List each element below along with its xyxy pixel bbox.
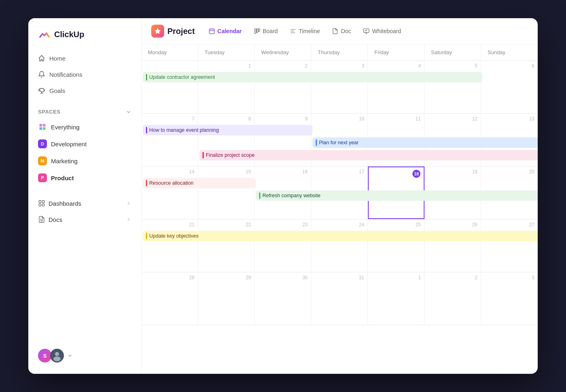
project-title: Project — [167, 27, 195, 36]
cal-date: 8 — [201, 116, 251, 122]
cal-cell[interactable]: 23 — [255, 219, 311, 272]
svg-rect-4 — [39, 200, 41, 202]
cal-cell[interactable]: 6 — [481, 61, 538, 113]
sidebar-item-home-label: Home — [49, 55, 65, 62]
cal-cell[interactable]: 30 — [255, 272, 311, 325]
cal-cell[interactable]: 25 — [368, 219, 424, 272]
svg-rect-3 — [43, 127, 46, 130]
dashboards-label: Dashboards — [49, 200, 81, 207]
sidebar-item-product[interactable]: P Product — [33, 170, 136, 186]
cal-cell[interactable]: 28 — [142, 272, 198, 325]
cal-cell[interactable]: 1 — [368, 272, 424, 325]
cal-date: 21 — [145, 222, 194, 228]
clickup-logo-icon — [38, 28, 51, 41]
tab-doc-label: Doc — [341, 28, 351, 34]
docs-icon — [38, 216, 45, 223]
cal-cell[interactable] — [142, 61, 198, 113]
svg-rect-1 — [43, 124, 46, 127]
cal-cell[interactable]: 2 — [424, 272, 481, 325]
cal-cell[interactable]: 15 — [198, 166, 255, 219]
sidebar-item-everything[interactable]: Everything — [33, 119, 136, 135]
spaces-label: Spaces — [38, 109, 61, 115]
cal-date: 20 — [484, 169, 534, 175]
cal-date: 26 — [428, 222, 477, 228]
tab-timeline[interactable]: Timeline — [284, 25, 325, 38]
space-items: Everything D Development M Marketing P P… — [33, 119, 136, 186]
svg-rect-7 — [42, 204, 44, 206]
sidebar-item-development[interactable]: D Development — [33, 136, 136, 152]
cal-cell[interactable]: 10 — [311, 114, 368, 166]
svg-rect-13 — [256, 29, 258, 32]
sidebar-item-dashboards[interactable]: Dashboards — [33, 196, 136, 211]
calendar-day-headers: Monday Tuesday Wednesday Thursday Friday… — [142, 44, 538, 61]
cal-cell[interactable]: 20 — [481, 166, 538, 219]
cal-cell[interactable]: 3 — [481, 272, 538, 325]
cal-cell[interactable]: 19 — [424, 166, 481, 219]
cal-cell[interactable]: 11 — [368, 114, 424, 166]
nav-items: Home Notifications Goals — [28, 51, 141, 98]
calendar-week-4: 28293031123 — [142, 272, 538, 325]
cal-date: 22 — [201, 222, 251, 228]
cal-cell[interactable]: 13 — [481, 114, 538, 166]
tab-board[interactable]: Board — [248, 25, 283, 38]
cal-date: 10 — [315, 116, 364, 122]
cal-cell[interactable]: 2 — [255, 61, 311, 113]
cal-date: 30 — [258, 275, 308, 280]
cal-date: 28 — [145, 275, 194, 280]
sidebar: ClickUp Home Notifications Goals — [28, 18, 142, 374]
tab-calendar[interactable]: Calendar — [203, 25, 247, 38]
cal-cell[interactable]: 24 — [311, 219, 368, 272]
avatar-photo — [50, 349, 64, 362]
cal-cell[interactable]: 21 — [142, 219, 198, 272]
tab-calendar-label: Calendar — [218, 28, 242, 34]
cal-cell[interactable]: 18 — [368, 166, 424, 219]
cal-date: 24 — [315, 222, 364, 228]
tab-whiteboard[interactable]: Whiteboard — [357, 25, 407, 38]
sidebar-item-home[interactable]: Home — [33, 51, 136, 66]
sidebar-item-marketing[interactable]: M Marketing — [33, 153, 136, 169]
docs-label: Docs — [49, 216, 62, 223]
marketing-dot: M — [38, 156, 47, 165]
cal-cell[interactable]: 14 — [142, 166, 198, 219]
sidebar-item-docs[interactable]: Docs — [33, 212, 136, 227]
svg-point-10 — [53, 356, 61, 361]
user-area[interactable]: S — [28, 344, 141, 367]
cal-cell[interactable]: 12 — [424, 114, 481, 166]
cal-cell[interactable]: 26 — [424, 219, 481, 272]
cal-date: 11 — [371, 116, 421, 122]
cal-cell[interactable]: 27 — [481, 219, 538, 272]
calendar-week-0: 123456Update contractor agreement — [142, 61, 538, 114]
cal-cell[interactable]: 29 — [198, 272, 255, 325]
cal-cell[interactable]: 16 — [255, 166, 311, 219]
cal-cell[interactable]: 8 — [198, 114, 255, 166]
avatar-s: S — [38, 349, 52, 362]
cal-date: 2 — [258, 63, 308, 69]
svg-rect-2 — [40, 127, 42, 130]
cal-cell[interactable]: 1 — [198, 61, 255, 113]
sidebar-item-development-label: Development — [51, 141, 87, 148]
view-tabs: Calendar Board Timeline — [203, 25, 407, 38]
logo-text: ClickUp — [54, 30, 84, 39]
cal-cell[interactable]: 5 — [424, 61, 481, 113]
cal-date: 13 — [484, 116, 534, 122]
cal-cell[interactable]: 9 — [255, 114, 311, 166]
cal-cell[interactable]: 17 — [311, 166, 368, 219]
cal-cell[interactable]: 4 — [368, 61, 424, 113]
cal-cell[interactable]: 3 — [311, 61, 368, 113]
tab-doc[interactable]: Doc — [326, 25, 357, 38]
cal-cell[interactable]: 22 — [198, 219, 255, 272]
cal-cell[interactable]: 7 — [142, 114, 198, 166]
cal-date: 15 — [201, 169, 251, 175]
timeline-icon — [290, 28, 296, 34]
calendar-body: 123456Update contractor agreement7891011… — [142, 61, 538, 374]
cal-date: 14 — [145, 169, 194, 175]
everything-icon — [38, 122, 47, 131]
svg-point-9 — [55, 352, 59, 356]
cal-cell[interactable]: 31 — [311, 272, 368, 325]
sidebar-item-product-label: Product — [51, 175, 74, 181]
chevron-right-icon2 — [126, 217, 131, 222]
sidebar-item-goals[interactable]: Goals — [33, 83, 136, 98]
sidebar-item-notifications[interactable]: Notifications — [33, 67, 136, 82]
spaces-header[interactable]: Spaces — [33, 106, 136, 117]
cal-date: 17 — [315, 169, 364, 175]
